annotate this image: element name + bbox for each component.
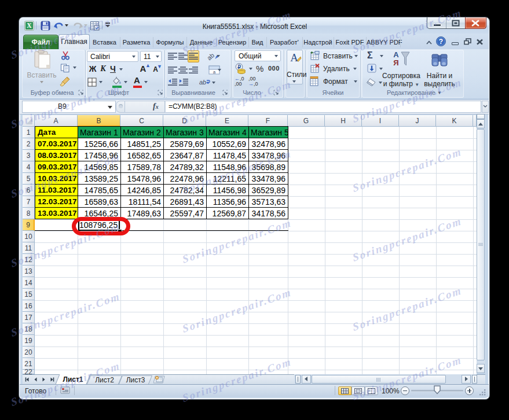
svg-text:X: X [27, 22, 32, 29]
svg-text:a: a [213, 69, 216, 75]
svg-text:?: ? [439, 38, 443, 46]
svg-text:A: A [290, 51, 298, 64]
svg-text:А: А [393, 50, 399, 59]
svg-text:Я: Я [393, 58, 398, 67]
svg-text:ab: ab [199, 79, 206, 86]
svg-text:ab: ab [207, 51, 215, 61]
